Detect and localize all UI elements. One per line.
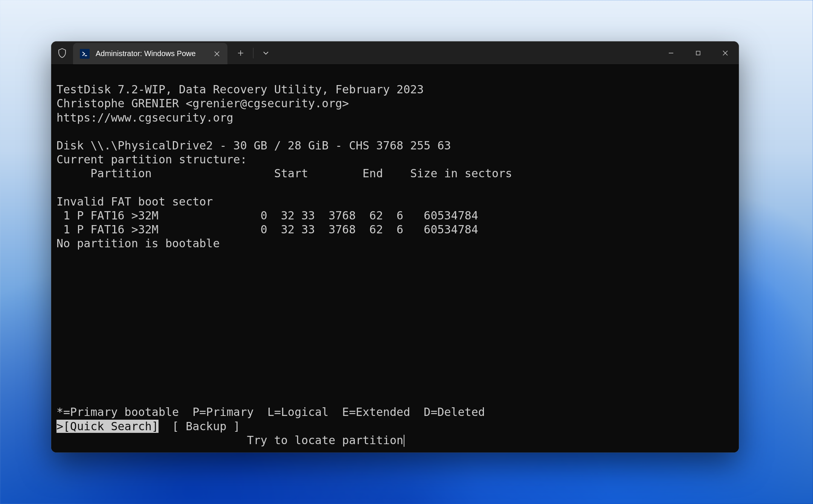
text-cursor (404, 435, 404, 447)
tab-title: Administrator: Windows Powe (96, 49, 207, 58)
tab-active[interactable]: Administrator: Windows Powe (73, 43, 227, 64)
shield-icon (51, 41, 73, 64)
terminal-body[interactable]: TestDisk 7.2-WIP, Data Recovery Utility,… (51, 65, 739, 452)
maximize-button[interactable] (685, 41, 712, 64)
close-button[interactable] (712, 41, 739, 64)
minimize-button[interactable] (657, 41, 685, 64)
tab-dropdown-button[interactable] (256, 41, 276, 64)
svg-rect-7 (696, 51, 700, 55)
hint-prefix (56, 434, 247, 447)
new-tab-button[interactable] (230, 41, 251, 64)
term-line: TestDisk 7.2-WIP, Data Recovery Utility,… (56, 83, 424, 96)
tab-separator (253, 48, 253, 58)
terminal-window: Administrator: Windows Powe (51, 41, 739, 452)
window-controls (657, 41, 739, 64)
term-line: https://www.cgsecurity.org (56, 111, 233, 124)
hint-text: Try to locate partition (247, 434, 403, 447)
term-line: Partition Start End Size in sectors (56, 167, 512, 180)
powershell-icon (80, 49, 90, 59)
titlebar-drag-area[interactable] (276, 41, 657, 64)
tab-close-button[interactable] (212, 49, 222, 59)
terminal-content: TestDisk 7.2-WIP, Data Recovery Utility,… (56, 69, 734, 447)
menu-gap (159, 420, 172, 433)
term-line: 1 P FAT16 >32M 0 32 33 3768 62 6 6053478… (56, 223, 478, 236)
term-line: Current partition structure: (56, 153, 247, 166)
menu-quick-search[interactable]: >[Quick Search] (56, 420, 159, 433)
tab-actions (227, 41, 276, 64)
term-line: Invalid FAT boot sector (56, 195, 213, 208)
term-line: 1 P FAT16 >32M 0 32 33 3768 62 6 6053478… (56, 209, 478, 222)
term-legend: *=Primary bootable P=Primary L=Logical E… (56, 405, 485, 419)
term-line: Christophe GRENIER <grenier@cgsecurity.o… (56, 97, 349, 110)
menu-backup[interactable]: [ Backup ] (172, 420, 240, 433)
term-line: No partition is bootable (56, 237, 220, 250)
term-line: Disk \\.\PhysicalDrive2 - 30 GB / 28 GiB… (56, 139, 451, 152)
titlebar[interactable]: Administrator: Windows Powe (51, 41, 739, 65)
